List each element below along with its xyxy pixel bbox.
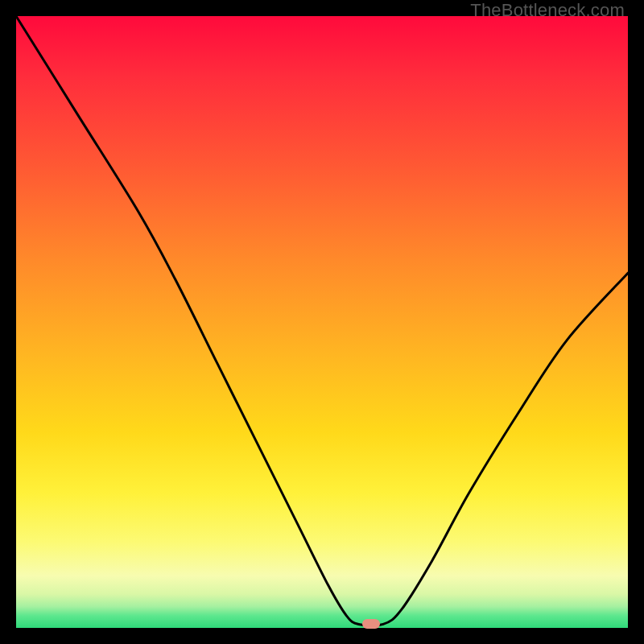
bottleneck-curve	[16, 16, 628, 628]
plot-area	[16, 16, 628, 628]
optimum-marker	[362, 619, 380, 629]
chart-frame: TheBottleneck.com	[0, 0, 644, 644]
